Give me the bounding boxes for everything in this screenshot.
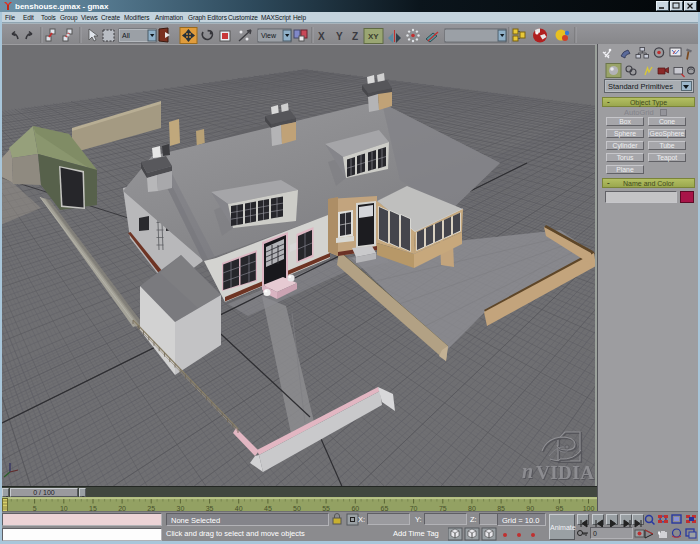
svg-text:View: View: [261, 32, 277, 39]
svg-text:Y: Y: [336, 31, 343, 42]
svg-text:VIDIA: VIDIA: [536, 462, 594, 483]
svg-text:n: n: [522, 460, 533, 482]
svg-text:X: X: [318, 31, 325, 42]
svg-text:All: All: [122, 32, 130, 39]
svg-text:XY: XY: [368, 32, 379, 41]
svg-text:Z: Z: [352, 31, 358, 42]
